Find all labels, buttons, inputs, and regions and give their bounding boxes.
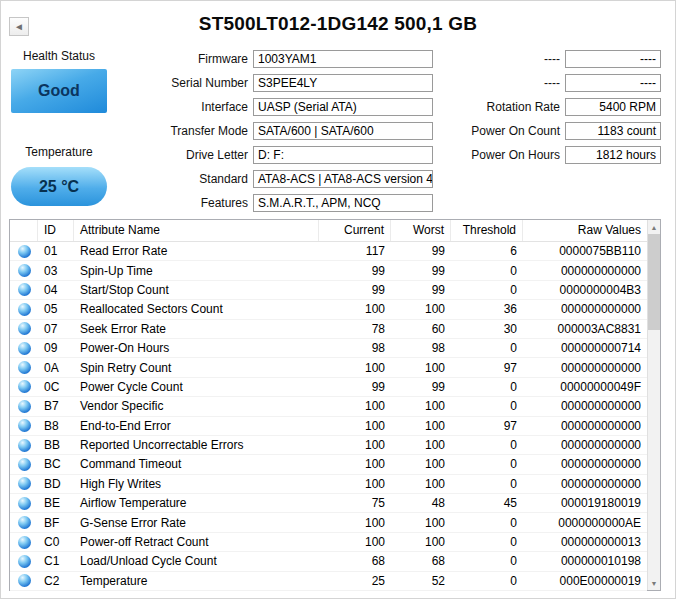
attribute-name: Read Error Rate: [74, 244, 319, 258]
attribute-name: High Fly Writes: [74, 477, 319, 491]
smart-attribute-row[interactable]: C0 Power-off Retract Count 100 100 0 000…: [10, 533, 647, 552]
attribute-raw: 000019180019: [523, 496, 647, 510]
attribute-id: B8: [38, 419, 74, 433]
attribute-name: Power-off Retract Count: [74, 535, 319, 549]
status-cell: [10, 419, 38, 432]
attribute-raw: 000E00000019: [523, 574, 647, 588]
smart-attribute-row[interactable]: BE Airflow Temperature 75 48 45 00001918…: [10, 494, 647, 513]
field-value-box[interactable]: S3PEE4LY: [253, 74, 433, 92]
scroll-down-icon[interactable]: ▼: [648, 576, 660, 590]
attribute-worst: 52: [391, 574, 451, 588]
smart-attribute-row[interactable]: B7 Vendor Specific 100 100 0 00000000000…: [10, 397, 647, 416]
field-label: Power On Count: [437, 124, 565, 138]
smart-attribute-row[interactable]: 03 Spin-Up Time 99 99 0 000000000000: [10, 261, 647, 280]
field-label: Drive Letter: [101, 148, 253, 162]
attribute-worst: 100: [391, 302, 451, 316]
temperature-badge[interactable]: 25 °C: [11, 167, 107, 206]
attribute-worst: 100: [391, 516, 451, 530]
smart-attribute-row[interactable]: BC Command Timeout 100 100 0 00000000000…: [10, 455, 647, 474]
attribute-current: 100: [319, 516, 391, 530]
attribute-name: Seek Error Rate: [74, 322, 319, 336]
table-scrollbar[interactable]: ▲ ▼: [647, 220, 660, 590]
field-value-box[interactable]: SATA/600 | SATA/600: [253, 122, 433, 140]
info-field-row: Rotation Rate 5400 RPM: [437, 95, 661, 119]
temperature-label: Temperature: [1, 145, 117, 159]
smart-attribute-row[interactable]: 05 Reallocated Sectors Count 100 100 36 …: [10, 300, 647, 319]
attribute-threshold: 0: [451, 380, 523, 394]
threshold-column-header[interactable]: Threshold: [451, 220, 523, 241]
field-label: Serial Number: [101, 76, 253, 90]
field-value-box[interactable]: D: F:: [253, 146, 433, 164]
status-cell: [10, 400, 38, 413]
attribute-name: Command Timeout: [74, 457, 319, 471]
smart-attribute-row[interactable]: 09 Power-On Hours 98 98 0 000000000714: [10, 339, 647, 358]
field-value-box[interactable]: 1183 count: [565, 122, 661, 140]
attribute-threshold: 0: [451, 341, 523, 355]
smart-attribute-row[interactable]: 0A Spin Retry Count 100 100 97 000000000…: [10, 358, 647, 377]
info-field-row: Transfer Mode SATA/600 | SATA/600: [101, 119, 433, 143]
smart-attribute-row[interactable]: C2 Temperature 25 52 0 000E00000019: [10, 572, 647, 591]
attribute-current: 98: [319, 341, 391, 355]
info-field-row: Features S.M.A.R.T., APM, NCQ: [101, 191, 433, 215]
attribute-current: 99: [319, 380, 391, 394]
smart-attribute-row[interactable]: 0C Power Cycle Count 99 99 0 00000000049…: [10, 378, 647, 397]
status-cell: [10, 322, 38, 335]
raw-values-column-header[interactable]: Raw Values: [523, 220, 647, 241]
field-value-box[interactable]: ----: [565, 50, 661, 68]
status-cell: [10, 264, 38, 277]
attribute-worst: 100: [391, 535, 451, 549]
attribute-worst: 99: [391, 264, 451, 278]
smart-attribute-row[interactable]: 07 Seek Error Rate 78 60 30 000003AC8831: [10, 320, 647, 339]
field-value-box[interactable]: S.M.A.R.T., APM, NCQ: [253, 194, 433, 212]
health-status-dot-icon: [18, 497, 31, 510]
smart-attribute-row[interactable]: BF G-Sense Error Rate 100 100 0 00000000…: [10, 513, 647, 532]
field-value-box[interactable]: ----: [565, 74, 661, 92]
attribute-id: C1: [38, 554, 74, 568]
attribute-threshold: 0: [451, 264, 523, 278]
smart-attribute-row[interactable]: 04 Start/Stop Count 99 99 0 0000000004B3: [10, 281, 647, 300]
smart-attribute-row[interactable]: BB Reported Uncorrectable Errors 100 100…: [10, 436, 647, 455]
smart-table-header: ID Attribute Name Current Worst Threshol…: [10, 220, 647, 242]
attribute-raw: 0000075BB110: [523, 244, 647, 258]
attribute-threshold: 45: [451, 496, 523, 510]
info-field-row: Drive Letter D: F:: [101, 143, 433, 167]
smart-attribute-row[interactable]: 01 Read Error Rate 117 99 6 0000075BB110: [10, 242, 647, 261]
health-status-dot-icon: [18, 458, 31, 471]
smart-attribute-row[interactable]: B8 End-to-End Error 100 100 97 000000000…: [10, 417, 647, 436]
attribute-worst: 99: [391, 244, 451, 258]
attribute-raw: 000000000000: [523, 457, 647, 471]
attribute-worst: 100: [391, 419, 451, 433]
crystaldiskinfo-window: ◄ ST500LT012-1DG142 500,1 GB Health Stat…: [0, 0, 676, 599]
attribute-raw: 000000000000: [523, 399, 647, 413]
attribute-name: Reported Uncorrectable Errors: [74, 438, 319, 452]
smart-table: ID Attribute Name Current Worst Threshol…: [9, 219, 661, 591]
current-column-header[interactable]: Current: [319, 220, 391, 241]
smart-attribute-row[interactable]: C1 Load/Unload Cycle Count 68 68 0 00000…: [10, 552, 647, 571]
attribute-name: Airflow Temperature: [74, 496, 319, 510]
attribute-name: G-Sense Error Rate: [74, 516, 319, 530]
health-status-dot-icon: [18, 419, 31, 432]
scrollbar-thumb[interactable]: [648, 234, 660, 330]
attribute-current: 99: [319, 283, 391, 297]
scroll-up-icon[interactable]: ▲: [648, 220, 660, 234]
health-status-dot-icon: [18, 264, 31, 277]
name-column-header[interactable]: Attribute Name: [74, 220, 319, 241]
id-column-header[interactable]: ID: [38, 220, 74, 241]
smart-attribute-row[interactable]: BD High Fly Writes 100 100 0 00000000000…: [10, 475, 647, 494]
health-status-dot-icon: [18, 342, 31, 355]
attribute-current: 68: [319, 554, 391, 568]
field-value-box[interactable]: UASP (Serial ATA): [253, 98, 433, 116]
worst-column-header[interactable]: Worst: [391, 220, 451, 241]
attribute-id: C2: [38, 574, 74, 588]
attribute-worst: 99: [391, 283, 451, 297]
attribute-current: 100: [319, 457, 391, 471]
health-status-dot-icon: [18, 361, 31, 374]
field-value-box[interactable]: 1812 hours: [565, 146, 661, 164]
health-status-badge[interactable]: Good: [11, 69, 107, 113]
field-value-box[interactable]: 1003YAM1: [253, 50, 433, 68]
field-value-box[interactable]: ATA8-ACS | ATA8-ACS version 4: [253, 170, 433, 188]
health-status-dot-icon: [18, 439, 31, 452]
status-column-header[interactable]: [10, 220, 38, 241]
info-right: ---- ---- ---- ---- Rotation Rate 5400 R…: [437, 47, 661, 167]
field-value-box[interactable]: 5400 RPM: [565, 98, 661, 116]
